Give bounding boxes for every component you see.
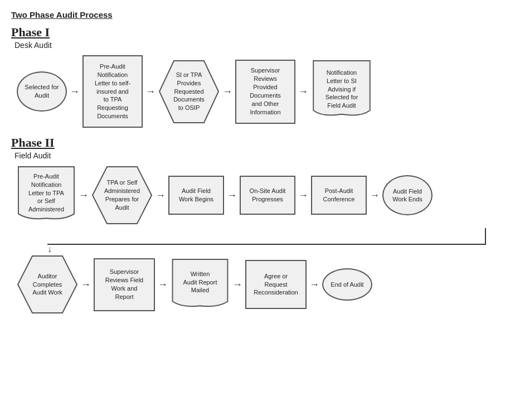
arrow2-p2r1: → [153,190,168,201]
node-si-tpa-provides: SI or TPAProvidesRequestedDocumentsto OS… [158,60,220,124]
node-written-audit-report: WrittenAudit ReportMailed [171,258,230,311]
arrow5-p2r1: → [367,190,382,201]
phase2-row1: Pre-AuditNotificationLetter to TPAor Sel… [17,166,504,225]
arrow4-p2r1: → [295,190,311,201]
arrow1-p2r1: → [76,190,91,201]
node-auditor-completes: AuditorCompletesAudit Work [17,255,78,314]
node-tpa-prepares: TPA or SelfAdministeredPrepares forAudit [91,166,153,225]
arrow1-p2r2: → [78,279,94,291]
phase2-row2: AuditorCompletesAudit Work → SupervisorR… [17,255,504,314]
arrow4-p2r2: → [307,279,322,291]
l-connector: ↓ [17,228,504,254]
phase2-subtitle: Field Audit [14,151,504,160]
arrow3-p2r1: → [224,190,240,201]
arrow1-p1: → [67,86,82,98]
node-audit-field-work-begins: Audit FieldWork Begins [168,176,224,215]
page-title: Two Phase Audit Process [11,10,504,20]
node-pre-audit-notification-p1: Pre-AuditNotificationLetter to self-insu… [82,55,143,128]
arrow3-p2r2: → [230,279,245,291]
phase2-title: Phase II [11,136,504,150]
node-supervisor-reviews-field: SupervisorReviews FieldWork andReport [94,258,155,311]
phase1-flow-row: Selected forAudit → Pre-AuditNotificatio… [17,55,504,128]
node-pre-audit-notification-p2: Pre-AuditNotificationLetter to TPAor Sel… [17,166,76,225]
node-on-site-audit: On-Site AuditProgresses [240,176,295,215]
node-supervisor-reviews-docs: SupervisorReviewsProvidedDocumentsand Ot… [235,60,295,124]
arrow3-p1: → [220,86,235,98]
node-post-audit-conference: Post-AuditConference [311,176,367,215]
node-end-of-audit: End of Audit [322,268,372,301]
node-agree-or-reconsider: Agree orRequestReconsideration [245,260,307,309]
phase1-section: Phase I Desk Audit Selected forAudit → P… [11,25,504,128]
node-selected-for-audit: Selected forAudit [17,71,67,112]
node-audit-field-work-ends: Audit FieldWork Ends [382,175,433,215]
arrow2-p2r2: → [155,279,171,291]
phase1-subtitle: Desk Audit [14,41,504,50]
node-notification-letter-si: NotificationLetter to SIAdvising ifSelec… [311,60,372,124]
phase1-title: Phase I [11,25,504,40]
arrow2-p1: → [143,86,158,98]
arrow4-p1: → [295,86,311,98]
phase2-section: Phase II Field Audit Pre-AuditNotificati… [11,136,504,314]
